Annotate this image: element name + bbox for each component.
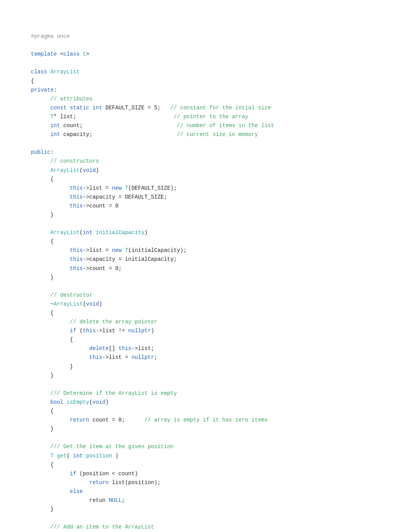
code-editor: #pragma once template <class t> class Ar…	[31, 23, 379, 532]
keyword-class: class	[31, 69, 47, 75]
pragma-line: #pragma once	[31, 33, 70, 39]
keyword-template: template	[31, 51, 57, 57]
